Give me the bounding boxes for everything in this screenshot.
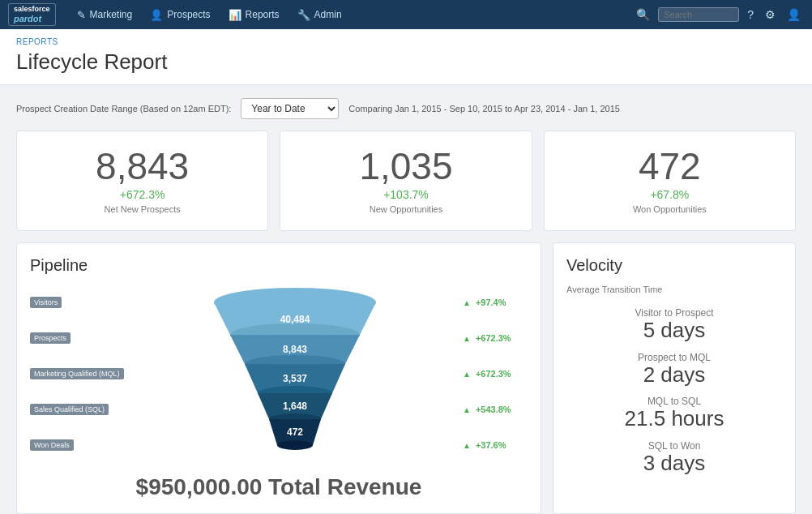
- funnel-arrow-4: ▲: [463, 441, 471, 450]
- velocity-item-label-2: MQL to SQL: [566, 396, 782, 407]
- velocity-item-label-1: Prospect to MQL: [566, 352, 782, 363]
- velocity-items: Visitor to Prospect 5 days Prospect to M…: [566, 307, 782, 479]
- logo-line2: pardot: [14, 14, 50, 24]
- stat-label-0: Net New Prospects: [33, 204, 251, 214]
- funnel-stat-4: ▲ +37.6%: [463, 427, 528, 463]
- funnel-pct-0: +97.4%: [476, 298, 506, 307]
- velocity-subtitle: Average Transition Time: [566, 285, 782, 294]
- stat-card-2: 472 +67.8% Won Opportunities: [544, 131, 796, 231]
- total-revenue: $950,000.00 Total Revenue: [30, 474, 528, 500]
- svg-point-9: [277, 440, 313, 450]
- nav-admin[interactable]: 🔧 Admin: [289, 6, 350, 24]
- stat-change-2: +67.8%: [561, 188, 779, 201]
- velocity-item-0: Visitor to Prospect 5 days: [566, 307, 782, 342]
- funnel-arrow-3: ▲: [463, 405, 471, 414]
- funnel-pct-4: +37.6%: [476, 440, 506, 450]
- date-compare-text: Comparing Jan 1, 2015 - Sep 10, 2015 to …: [348, 104, 620, 114]
- funnel-arrow-0: ▲: [463, 298, 471, 307]
- admin-icon: 🔧: [297, 9, 310, 21]
- velocity-item-value-3: 3 days: [566, 452, 782, 475]
- stat-change-1: +103.7%: [297, 188, 515, 201]
- funnel-label-4: Won Deals: [30, 427, 127, 463]
- funnel-badge-2: Marketing Qualified (MQL): [30, 368, 124, 379]
- velocity-panel: Velocity Average Transition Time Visitor…: [553, 242, 796, 514]
- nav-reports[interactable]: 📊 Reports: [220, 6, 288, 24]
- date-range-select[interactable]: Year to Date: [241, 98, 339, 119]
- funnel-label-0: Visitors: [30, 285, 127, 320]
- funnel-stat-2: ▲ +672.3%: [463, 356, 528, 392]
- date-range-label: Prospect Creation Date Range (Based on 1…: [16, 104, 231, 114]
- stat-change-0: +672.3%: [33, 188, 251, 201]
- navbar: salesforce pardot ✎ Marketing 👤 Prospect…: [0, 0, 812, 29]
- nav-admin-label: Admin: [314, 9, 342, 20]
- funnel-area: Visitors Prospects Marketing Qualified (…: [30, 285, 528, 463]
- help-icon[interactable]: ?: [744, 6, 757, 23]
- stat-card-1: 1,035 +103.7% New Opportunities: [280, 131, 532, 231]
- stat-label-1: New Opportunities: [297, 204, 515, 214]
- nav-marketing-label: Marketing: [90, 9, 133, 20]
- nav-prospects-label: Prospects: [167, 9, 210, 20]
- funnel-pct-1: +672.3%: [476, 333, 511, 343]
- velocity-item-1: Prospect to MQL 2 days: [566, 352, 782, 387]
- nav-marketing[interactable]: ✎ Marketing: [69, 6, 141, 24]
- svg-text:40,484: 40,484: [280, 314, 310, 325]
- velocity-item-label-0: Visitor to Prospect: [566, 307, 782, 319]
- page-title: Lifecycle Report: [16, 49, 796, 75]
- funnel-stats: ▲ +97.4% ▲ +672.3% ▲ +672.3% ▲ +543.8%: [463, 285, 528, 463]
- stat-cards: 8,843 +672.3% Net New Prospects 1,035 +1…: [16, 131, 796, 231]
- marketing-icon: ✎: [77, 9, 86, 21]
- funnel-label-2: Marketing Qualified (MQL): [30, 356, 127, 392]
- funnel-badge-0: Visitors: [30, 297, 62, 308]
- funnel-pct-2: +672.3%: [476, 369, 511, 379]
- funnel-label-3: Sales Qualified (SQL): [30, 392, 127, 427]
- logo[interactable]: salesforce pardot: [8, 3, 56, 26]
- funnel-labels: Visitors Prospects Marketing Qualified (…: [30, 285, 127, 463]
- funnel-svg: 40,484 8,843 3,537 1,648: [135, 285, 455, 463]
- nav-reports-label: Reports: [246, 9, 280, 20]
- pipeline-title: Pipeline: [30, 256, 528, 275]
- velocity-item-value-0: 5 days: [566, 319, 782, 342]
- funnel-badge-3: Sales Qualified (SQL): [30, 404, 109, 415]
- page-header: REPORTS Lifecycle Report: [0, 29, 812, 85]
- breadcrumb: REPORTS: [16, 37, 796, 46]
- nav-prospects[interactable]: 👤 Prospects: [142, 6, 218, 24]
- funnel-stat-3: ▲ +543.8%: [463, 392, 528, 427]
- funnel-badge-1: Prospects: [30, 332, 71, 344]
- funnel-stat-1: ▲ +672.3%: [463, 320, 528, 356]
- svg-text:1,648: 1,648: [283, 400, 307, 412]
- bottom-panels: Pipeline Visitors Prospects Marketing Qu…: [16, 242, 796, 514]
- user-icon[interactable]: 👤: [784, 6, 804, 23]
- settings-icon[interactable]: ⚙: [762, 6, 779, 23]
- stat-card-0: 8,843 +672.3% Net New Prospects: [16, 131, 268, 231]
- velocity-item-value-2: 21.5 hours: [566, 407, 782, 430]
- funnel-arrow-1: ▲: [463, 334, 471, 343]
- stat-label-2: Won Opportunities: [561, 204, 779, 214]
- search-input[interactable]: [658, 7, 739, 22]
- nav-right: 🔍 ? ⚙ 👤: [633, 6, 804, 23]
- funnel-label-1: Prospects: [30, 320, 127, 356]
- stat-number-0: 8,843: [33, 148, 251, 185]
- velocity-item-label-3: SQL to Won: [566, 440, 782, 452]
- logo-line1: salesforce: [14, 6, 50, 14]
- stat-number-1: 1,035: [297, 148, 515, 185]
- search-icon[interactable]: 🔍: [633, 6, 653, 23]
- nav-items: ✎ Marketing 👤 Prospects 📊 Reports 🔧 Admi…: [69, 6, 634, 24]
- main-content: Prospect Creation Date Range (Based on 1…: [0, 85, 812, 514]
- prospects-icon: 👤: [150, 9, 163, 21]
- velocity-title: Velocity: [566, 256, 782, 275]
- reports-icon: 📊: [229, 9, 241, 21]
- svg-text:3,537: 3,537: [283, 373, 307, 384]
- velocity-item-value-1: 2 days: [566, 363, 782, 387]
- pipeline-panel: Pipeline Visitors Prospects Marketing Qu…: [16, 242, 541, 514]
- funnel-badge-4: Won Deals: [30, 439, 74, 451]
- date-range-row: Prospect Creation Date Range (Based on 1…: [16, 98, 796, 119]
- velocity-item-2: MQL to SQL 21.5 hours: [566, 396, 782, 430]
- funnel-stat-0: ▲ +97.4%: [463, 285, 528, 320]
- funnel-pct-3: +543.8%: [476, 405, 511, 414]
- svg-text:8,843: 8,843: [283, 344, 307, 355]
- stat-number-2: 472: [561, 148, 779, 185]
- velocity-item-3: SQL to Won 3 days: [566, 440, 782, 475]
- funnel-arrow-2: ▲: [463, 370, 471, 379]
- svg-text:472: 472: [287, 426, 303, 438]
